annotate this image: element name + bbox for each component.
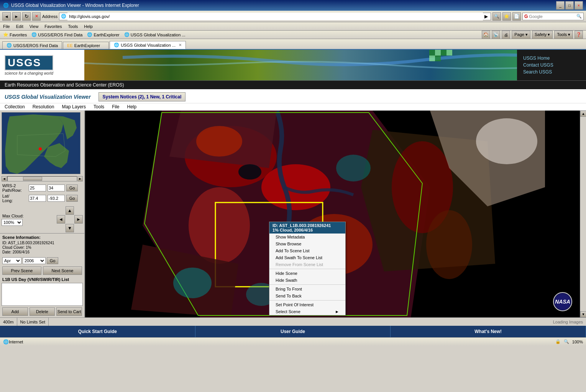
latlong-go-btn[interactable]: Go — [66, 195, 78, 202]
hscrollbar: ◄ ► — [0, 176, 84, 182]
long-input[interactable] — [48, 195, 65, 202]
toolbar-print-icon[interactable]: 🖨 — [502, 31, 510, 39]
stop-btn[interactable]: ✕ — [32, 12, 41, 21]
map-area[interactable]: ID: AST_L1B.003:2081926241 1% Cloud, 200… — [85, 111, 580, 317]
minimize-btn[interactable]: _ — [556, 1, 565, 10]
browser-icon: 🌐 — [3, 3, 9, 8]
ctx-add-to-scene-list[interactable]: Add To Scene List — [269, 247, 345, 254]
window-controls[interactable]: _ □ × — [556, 1, 583, 10]
scroll-left-btn[interactable]: ◄ — [2, 176, 7, 181]
ctx-send-to-back[interactable]: Send To Back — [269, 292, 345, 299]
forward-btn[interactable]: ► — [12, 12, 21, 21]
nav-down-btn[interactable]: ▼ — [66, 224, 74, 232]
nav-empty-tr — [74, 206, 83, 215]
search-icon[interactable]: 🔍 — [492, 12, 501, 21]
quick-start-guide-btn[interactable]: Quick Start Guide — [0, 326, 195, 337]
whats-new-btn[interactable]: What's New! — [391, 326, 586, 337]
menu-help[interactable]: Help — [84, 24, 93, 29]
url-input[interactable] — [67, 13, 483, 20]
google-logo: G — [524, 14, 528, 19]
nav-right-btn[interactable]: ► — [74, 215, 83, 224]
mini-map[interactable] — [2, 112, 80, 174]
toolbar-safety-btn[interactable]: Safety ▾ — [532, 31, 553, 39]
app-menu-tools[interactable]: Tools — [94, 104, 104, 109]
fav-item-eros[interactable]: 🌐 USGS/EROS Find Data — [31, 32, 82, 37]
browser-title: USGS Global Visualization Viewer - Windo… — [11, 3, 556, 8]
ctx-add-swath[interactable]: Add Swath To Scene List — [269, 254, 345, 261]
system-notices-btn[interactable]: System Notices (2), 1 New, 1 Critical — [98, 92, 186, 101]
ctx-hide-scene[interactable]: Hide Scene — [269, 270, 345, 277]
tab-close-glovis[interactable]: ✕ — [179, 43, 182, 47]
history-icon-btn[interactable]: 📄 — [512, 12, 521, 21]
vscroll-track[interactable] — [580, 117, 586, 311]
menu-view[interactable]: View — [30, 24, 39, 29]
app-menu-file[interactable]: File — [112, 104, 119, 109]
refresh-btn[interactable]: ↻ — [22, 12, 31, 21]
scene-list[interactable] — [2, 283, 83, 306]
usgs-home-link[interactable]: USGS Home — [523, 56, 580, 61]
ctx-show-browse[interactable]: Show Browse — [269, 240, 345, 247]
add-btn[interactable]: Add — [2, 307, 28, 316]
ctx-separator-3 — [269, 300, 345, 301]
google-search-input[interactable] — [529, 14, 575, 19]
ctx-hide-swath[interactable]: Hide Swath — [269, 277, 345, 284]
fav-item-glovis[interactable]: 🌐 USGS Global Visualization ... — [124, 32, 185, 37]
contact-usgs-link[interactable]: Contact USGS — [523, 62, 580, 68]
ctx-select-scene[interactable]: Select Scene ► — [269, 308, 345, 315]
app-menu-resolution[interactable]: Resolution — [33, 104, 54, 109]
close-btn[interactable]: × — [575, 1, 583, 10]
path-input[interactable] — [29, 185, 46, 191]
hscroll-thumb[interactable] — [23, 177, 42, 181]
menu-file[interactable]: File — [3, 24, 10, 29]
toolbar-page-btn[interactable]: Page ▾ — [512, 31, 530, 39]
app-menu-maplayers[interactable]: Map Layers — [62, 104, 86, 109]
favorites-icon-btn[interactable]: ⭐ — [502, 12, 511, 21]
fav-item-earthexplorer[interactable]: 🌐 EarthExplorer — [87, 32, 119, 37]
app-menu-help[interactable]: Help — [127, 104, 136, 109]
lat-input[interactable] — [29, 195, 46, 202]
search-go-btn[interactable]: 🔍 — [576, 14, 582, 19]
hscroll-track[interactable] — [7, 176, 77, 181]
vscroll-down-btn[interactable]: ▼ — [580, 311, 586, 317]
maximize-btn[interactable]: □ — [565, 1, 574, 10]
next-scene-btn[interactable]: Next Scene — [43, 266, 82, 275]
tab-glovis[interactable]: 🌐 USGS Global Visualization ... ✕ — [110, 41, 186, 49]
year-select[interactable]: 200620052007 — [23, 257, 46, 264]
app-menu-bar: Collection Resolution Map Layers Tools F… — [0, 103, 586, 111]
row-input[interactable] — [48, 185, 65, 191]
prev-scene-btn[interactable]: Prev Scene — [2, 266, 41, 275]
favorites-label[interactable]: ⭐ Favorites — [3, 32, 27, 37]
wrs-label: WRS-2Path/Row: — [2, 183, 27, 193]
menu-tools[interactable]: Tools — [68, 24, 78, 29]
app-menu-collection[interactable]: Collection — [5, 104, 25, 109]
cloud-select[interactable]: 100% 90% 50% 10% — [2, 219, 23, 226]
ctx-show-metadata[interactable]: Show Metadata — [269, 234, 345, 240]
search-usgs-link[interactable]: Search USGS — [523, 69, 580, 75]
month-select[interactable]: AprJanFebMar MayJunJulAug SepOctNovDec — [2, 257, 21, 264]
ctx-separator-2 — [269, 284, 345, 285]
nav-left-btn[interactable]: ◄ — [57, 215, 65, 224]
nav-up-btn[interactable]: ▲ — [66, 206, 74, 215]
usgs-logo-box: USGS — [5, 55, 53, 70]
send-to-cart-btn[interactable]: Send to Cart — [56, 307, 82, 316]
date-go-btn[interactable]: Go — [47, 257, 58, 264]
scroll-right-btn[interactable]: ► — [77, 176, 83, 181]
tab-earthexplorer[interactable]: EE EarthExplorer — [63, 42, 109, 49]
tab-eros[interactable]: 🌐 USGS/EROS Find Data — [2, 41, 62, 49]
fav-icon-ee: 🌐 — [87, 32, 92, 37]
back-btn[interactable]: ◄ — [2, 12, 11, 21]
toolbar-rss-icon[interactable]: 📡 — [492, 31, 500, 39]
ie-right-items: 🔒 🔍 100% — [555, 339, 583, 344]
menu-favorites[interactable]: Favorites — [44, 24, 62, 29]
toolbar-tools-btn[interactable]: Tools ▾ — [554, 31, 573, 39]
delete-btn[interactable]: Delete — [30, 307, 55, 316]
go-arrow[interactable]: ▶ — [483, 13, 489, 20]
menu-edit[interactable]: Edit — [16, 24, 23, 29]
toolbar-help-icon[interactable]: ❓ — [575, 31, 583, 39]
ctx-bring-to-front[interactable]: Bring To Front — [269, 286, 345, 292]
ctx-set-poi[interactable]: Set Point Of Interest — [269, 301, 345, 308]
wrs-go-btn[interactable]: Go — [66, 185, 78, 191]
user-guide-btn[interactable]: User Guide — [195, 326, 391, 337]
toolbar-home-icon[interactable]: 🏠 — [482, 31, 490, 39]
vscroll-up-btn[interactable]: ▲ — [580, 111, 586, 117]
